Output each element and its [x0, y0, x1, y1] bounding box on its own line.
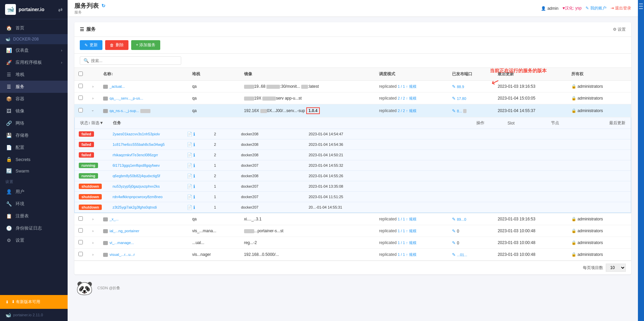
my-account-link[interactable]: ✎ 我的账户 — [586, 5, 606, 11]
edit-icon[interactable]: ✎ — [452, 240, 456, 245]
sidebar-item-settings[interactable]: ⚙ 设置 — [0, 234, 68, 246]
row-select-checkbox[interactable] — [78, 84, 83, 88]
new-version-banner[interactable]: ⬇ ⬇ 有新版本可用 — [0, 295, 68, 309]
info-icon[interactable]: ℹ — [193, 163, 195, 168]
row-select-checkbox[interactable] — [78, 108, 83, 112]
per-page-select[interactable]: 10 25 50 100 — [606, 264, 626, 272]
row-select-checkbox[interactable] — [78, 240, 83, 244]
transfer-icon[interactable]: ⇄ — [58, 6, 63, 13]
info-icon[interactable]: ℹ — [193, 142, 195, 147]
sidebar-item-services[interactable]: ☰ 服务 — [0, 81, 68, 93]
replicas-link[interactable]: 1 / 1 ↑ 规模 — [398, 84, 416, 88]
task-link[interactable]: q6egbm8y50b82j4qudxctig5f — [113, 174, 160, 178]
header-checkbox-col — [74, 68, 87, 81]
replicas-link[interactable]: 1 / 1 ↑ 规模 — [398, 229, 416, 233]
replicas-link[interactable]: 1 / 1 ↑ 规模 — [398, 217, 416, 221]
log-icon[interactable]: 📄 — [187, 153, 192, 158]
service-name-link[interactable]: _x_... — [110, 217, 119, 221]
edit-icon[interactable]: ✎ — [452, 229, 456, 234]
log-icon[interactable]: 📄 — [187, 205, 192, 210]
replicas-link[interactable]: 1 / 1 ↑ 规模 — [398, 252, 416, 257]
port-link[interactable]: 17.80 — [457, 97, 467, 101]
update-button[interactable]: ✎ 更新 — [80, 40, 102, 50]
expand-button[interactable]: › — [91, 240, 95, 245]
expand-button[interactable]: › — [91, 84, 95, 89]
edit-icon[interactable]: ✎ — [452, 217, 456, 222]
service-name-link[interactable]: qa_..._serv..._p-us... — [110, 96, 143, 100]
replicas-link[interactable]: 1 / 1 ↑ 规模 — [398, 241, 416, 245]
port-link[interactable]: 8... — [457, 109, 462, 113]
row-select-checkbox[interactable] — [78, 216, 83, 221]
refresh-icon[interactable]: ↻ — [101, 3, 105, 8]
row-select-checkbox[interactable] — [78, 252, 83, 256]
sidebar-item-users[interactable]: 👤 用户 — [0, 186, 68, 198]
row-select-checkbox[interactable] — [78, 96, 83, 100]
sidebar-item-dashboard[interactable]: 📊 仪表盘 › — [0, 44, 68, 56]
log-icon[interactable]: 📄 — [187, 132, 192, 137]
port-link[interactable]: ...01... — [457, 253, 468, 257]
service-name-link[interactable]: qa_ns-s..._j-sup... — [110, 109, 139, 113]
info-icon[interactable]: ℹ — [193, 173, 195, 179]
port-link[interactable]: 89...0 — [457, 217, 467, 221]
sidebar-item-swarm[interactable]: 🔄 Swarm — [0, 165, 68, 177]
task-link[interactable]: 1c817he6cc555bah8c5w34wg5 — [113, 142, 165, 146]
log-icon[interactable]: 📄 — [187, 184, 192, 189]
sidebar-item-home[interactable]: 🏠 首页 — [0, 22, 68, 34]
log-icon[interactable]: 📄 — [187, 173, 192, 179]
replicas-link[interactable]: 2 / 2 ↑ 规模 — [398, 109, 416, 113]
service-name-link[interactable]: vi_...manage... — [110, 241, 134, 245]
service-name-link[interactable]: ial_...ng_portainer — [110, 229, 139, 233]
task-link[interactable]: 2yaes01kazcvv3s1nh53piolv — [113, 132, 160, 136]
info-icon[interactable]: ℹ — [193, 132, 195, 137]
ownership-icon: 🔒 — [571, 217, 576, 221]
service-name-link[interactable]: _actuat... — [110, 84, 125, 88]
task-status: failed — [75, 150, 109, 160]
replicas-link[interactable]: 2 / 2 ↑ 规模 — [398, 96, 416, 100]
sidebar-item-registries[interactable]: 📋 注册表 — [0, 210, 68, 222]
edit-icon[interactable]: ✎ — [452, 84, 456, 89]
task-link[interactable]: 6l1713ggq1enflqxd8gqyfwev — [113, 163, 160, 167]
sidebar-item-app-templates[interactable]: 🚀 应用程序模板 › — [0, 56, 68, 69]
task-link[interactable]: nu53yzyp5j0gazjuvzphvv2ks — [113, 184, 160, 188]
sidebar-item-environments[interactable]: 🔧 环境 — [0, 198, 68, 210]
port-link[interactable]: 88.9 — [457, 85, 464, 89]
sidebar-item-auth-logs[interactable]: 🕐 身份验证日志 — [0, 222, 68, 234]
settings-link[interactable]: ⚙ 设置 — [613, 27, 626, 32]
info-icon[interactable]: ℹ — [193, 194, 195, 199]
row-select-checkbox[interactable] — [78, 228, 83, 233]
sidebar-item-containers[interactable]: 📦 容器 — [0, 93, 68, 105]
sidebar-nav: 🏠 首页 🐋 DOCKER-208 📊 仪表盘 › 🚀 应用程序模板 › ☰ 堆… — [0, 19, 68, 295]
sidebar-item-volumes[interactable]: 💾 存储卷 — [0, 129, 68, 141]
task-link[interactable]: rhikaqzmkvf7e3encl086zgrr — [113, 153, 158, 157]
add-service-button[interactable]: + 添加服务 — [131, 40, 160, 50]
hanhua-link[interactable]: ♥汉化: ysp — [563, 5, 581, 11]
log-icon[interactable]: 📄 — [187, 142, 192, 147]
expand-button[interactable]: › — [90, 109, 96, 113]
edit-icon[interactable]: ✎ — [452, 252, 456, 257]
sidebar-item-configs[interactable]: 📄 配置 — [0, 141, 68, 154]
expand-button[interactable]: › — [91, 228, 95, 234]
info-icon[interactable]: ℹ — [193, 153, 195, 158]
sidebar-item-secrets[interactable]: 🔒 Secrets — [0, 154, 68, 165]
row-updated: 2023-01-03 19:16:53 — [494, 213, 567, 225]
expand-button[interactable]: › — [91, 96, 95, 101]
expand-button[interactable]: › — [91, 252, 95, 257]
service-name-link[interactable]: visual_...r...u...r — [110, 252, 135, 257]
select-all-checkbox[interactable] — [78, 72, 83, 76]
task-link[interactable]: z3t25ygi7ak2g3fghs0qtrxdi — [113, 205, 157, 209]
sidebar-item-stacks[interactable]: ☰ 堆栈 — [0, 69, 68, 81]
log-icon[interactable]: 📄 — [187, 194, 192, 199]
edit-icon[interactable]: ✎ — [452, 108, 456, 113]
logout-link[interactable]: ⇥ 退出登录 — [611, 5, 631, 11]
log-icon[interactable]: 📄 — [187, 163, 192, 168]
delete-button[interactable]: 🗑 删除 — [105, 40, 128, 50]
search-input[interactable] — [91, 58, 177, 63]
info-icon[interactable]: ℹ — [193, 205, 195, 210]
edit-icon[interactable]: ✎ — [452, 96, 456, 101]
task-link[interactable]: rdn4wfkknpnpcwroxy8zm8neo — [113, 195, 163, 199]
expand-button[interactable]: › — [91, 216, 95, 222]
info-icon[interactable]: ℹ — [193, 184, 195, 189]
sidebar-item-networks[interactable]: 🔗 网络 — [0, 117, 68, 129]
task-updated: 2023-01-04 14:55:26 — [305, 171, 631, 181]
sidebar-item-images[interactable]: 🖼 镜像 — [0, 105, 68, 117]
